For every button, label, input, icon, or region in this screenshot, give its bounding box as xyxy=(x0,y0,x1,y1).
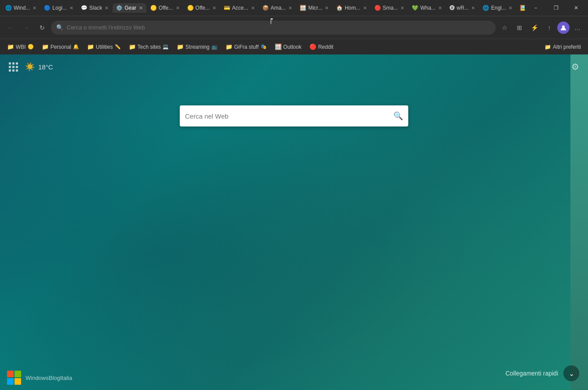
more-bookmarks-label: Altri preferiti xyxy=(553,44,581,50)
tab-tab3[interactable]: 💬Slack✕ xyxy=(77,3,112,13)
forward-button[interactable]: → xyxy=(19,21,33,35)
bookmark-emoji-bm3: ✏️ xyxy=(115,44,121,50)
bookmark-icon-bm8: 🔴 xyxy=(309,43,316,50)
weather-icon: ☀️ xyxy=(25,62,35,72)
tab-close-tab13[interactable]: ✕ xyxy=(471,5,475,11)
toolbar: ← → ↻ 🔍 ☆ ⊞ ⚡ ↑ … xyxy=(0,16,588,39)
quick-links-label: Collegamenti rapidi xyxy=(505,370,558,377)
share-button[interactable]: ↑ xyxy=(542,21,556,35)
tab-close-tab5[interactable]: ✕ xyxy=(176,5,180,11)
close-button[interactable]: ✕ xyxy=(566,0,586,16)
more-button[interactable]: … xyxy=(570,21,584,35)
tab-close-tab1[interactable]: ✕ xyxy=(33,5,36,11)
bookmark-label-bm1: WBI xyxy=(16,44,26,50)
tab-tab14[interactable]: 🌐Engl...✕ xyxy=(479,3,516,13)
bookmark-bm6[interactable]: 📁GiFra stuff🎭 xyxy=(222,42,270,52)
collections-button[interactable]: ⊞ xyxy=(512,21,526,35)
tab-tab8[interactable]: 📦Ama...✕ xyxy=(259,3,296,13)
bookmark-bm5[interactable]: 📁Streaming📺 xyxy=(173,42,221,52)
weather-widget[interactable]: ☀️ 18°C xyxy=(25,62,53,72)
temperature-text: 18°C xyxy=(38,63,53,71)
tab-tab1[interactable]: 🌐Wind...✕ xyxy=(2,3,40,13)
bookmark-icon-bm2: 📁 xyxy=(42,43,49,50)
more-bookmarks[interactable]: 📁 Altri preferiti xyxy=(541,42,584,52)
tab-tab11[interactable]: 🔴Sma...✕ xyxy=(371,3,408,13)
bookmarks-right: 📁 Altri preferiti xyxy=(541,42,584,52)
bookmark-bm2[interactable]: 📁Personal🔔 xyxy=(38,42,83,52)
tab-tab2[interactable]: 🔵Logi...✕ xyxy=(40,3,77,13)
search-container: 🔍 xyxy=(180,105,408,126)
tab-tab15[interactable]: 🖼️Wall...✕ xyxy=(516,3,525,13)
tab-favicon-tab5: 🟡 xyxy=(150,5,157,11)
bookmarks-bar: 📁WBI🟡📁Personal🔔📁Utilities✏️📁Tech sites💻📁… xyxy=(0,39,588,54)
tab-close-tab6[interactable]: ✕ xyxy=(212,5,216,11)
tab-close-tab4[interactable]: ✕ xyxy=(139,5,143,11)
bookmark-label-bm8: Reddit xyxy=(318,44,334,50)
tab-favicon-tab15: 🖼️ xyxy=(520,5,525,11)
tab-tab9[interactable]: 🪟Micr...✕ xyxy=(296,3,332,13)
tab-favicon-tab7: 💳 xyxy=(224,5,230,11)
search-bar[interactable]: 🔍 xyxy=(180,105,408,126)
tab-close-tab9[interactable]: ✕ xyxy=(325,5,329,11)
tab-close-tab14[interactable]: ✕ xyxy=(508,5,512,11)
tab-close-tab2[interactable]: ✕ xyxy=(69,5,73,11)
bookmark-label-bm6: GiFra stuff xyxy=(234,44,259,50)
grid-menu-icon[interactable] xyxy=(9,62,18,72)
quick-links-toggle-button[interactable]: ⌄ xyxy=(563,365,579,381)
new-tab-content: ☀️ 18°C ⚙ 🔍 Collegamenti rapidi ⌄ xyxy=(0,54,588,390)
windows-logo-icon xyxy=(7,371,21,385)
tab-tab10[interactable]: 🏠Hom...✕ xyxy=(333,3,370,13)
bookmark-bm8[interactable]: 🔴Reddit xyxy=(306,42,337,52)
bookmark-emoji-bm2: 🔔 xyxy=(73,44,79,50)
tab-close-tab7[interactable]: ✕ xyxy=(251,5,255,11)
restore-button[interactable]: ❐ xyxy=(546,0,566,16)
bookmark-label-bm4: Tech sites xyxy=(138,44,161,50)
bookmark-bm7[interactable]: 🪟Outlook xyxy=(271,42,305,52)
bookmark-label-bm2: Personal xyxy=(51,44,71,50)
extensions-button[interactable]: ⚡ xyxy=(527,21,541,35)
bookmark-bm3[interactable]: 📁Utilities✏️ xyxy=(83,42,124,52)
bookmark-icon-bm5: 📁 xyxy=(177,43,184,50)
bookmark-icon-bm4: 📁 xyxy=(129,43,136,50)
tab-close-tab10[interactable]: ✕ xyxy=(363,5,367,11)
address-input[interactable] xyxy=(67,24,490,31)
profile-button[interactable] xyxy=(557,22,570,34)
browser-frame: 🌐Wind...✕🔵Logi...✕💬Slack✕⚙️Gear✕🟡Offe...… xyxy=(0,0,588,390)
bookmark-emoji-bm6: 🎭 xyxy=(261,44,267,50)
bookmark-bm4[interactable]: 📁Tech sites💻 xyxy=(125,42,172,52)
right-decor-decoration xyxy=(570,54,588,390)
quick-links-bar: Collegamenti rapidi ⌄ xyxy=(505,365,579,381)
tab-close-tab11[interactable]: ✕ xyxy=(400,5,404,11)
reload-button[interactable]: ↻ xyxy=(35,21,49,35)
settings-icon[interactable]: ⚙ xyxy=(571,61,579,72)
title-bar: 🌐Wind...✕🔵Logi...✕💬Slack✕⚙️Gear✕🟡Offe...… xyxy=(0,0,588,16)
search-button[interactable]: 🔍 xyxy=(393,111,403,121)
bookmark-bm1[interactable]: 📁WBI🟡 xyxy=(4,42,37,52)
tab-favicon-tab2: 🔵 xyxy=(44,5,51,11)
favorite-button[interactable]: ☆ xyxy=(497,21,512,35)
tab-favicon-tab9: 🪟 xyxy=(300,5,306,11)
bookmark-label-bm7: Outlook xyxy=(283,44,301,50)
tab-favicon-tab13: 🅦 xyxy=(450,5,455,11)
search-input[interactable] xyxy=(185,112,390,120)
tab-tab4[interactable]: ⚙️Gear✕ xyxy=(113,3,146,13)
tab-tab7[interactable]: 💳Acce...✕ xyxy=(220,3,258,13)
address-bar[interactable]: 🔍 xyxy=(51,21,496,35)
tab-tab6[interactable]: 🟡Offe...✕ xyxy=(184,3,220,13)
newtab-left: ☀️ 18°C xyxy=(9,62,53,72)
tab-favicon-tab14: 🌐 xyxy=(483,5,489,11)
tab-close-tab12[interactable]: ✕ xyxy=(438,5,442,11)
tab-close-tab3[interactable]: ✕ xyxy=(105,5,109,11)
window-controls: − ❐ ✕ xyxy=(526,0,586,16)
bottom-watermark: WindowsBlogItalia xyxy=(7,371,72,385)
minimize-button[interactable]: − xyxy=(526,0,546,16)
bookmark-emoji-bm4: 💻 xyxy=(163,44,169,50)
tab-favicon-tab1: 🌐 xyxy=(5,5,12,11)
back-button[interactable]: ← xyxy=(4,21,18,35)
tab-tab5[interactable]: 🟡Offe...✕ xyxy=(147,3,183,13)
tab-tab13[interactable]: 🅦wR...✕ xyxy=(446,3,479,13)
newtab-topbar: ☀️ 18°C ⚙ xyxy=(0,54,588,79)
tab-close-tab8[interactable]: ✕ xyxy=(288,5,292,11)
tab-tab12[interactable]: 💚Wha...✕ xyxy=(408,3,446,13)
tab-favicon-tab3: 💬 xyxy=(81,5,87,11)
